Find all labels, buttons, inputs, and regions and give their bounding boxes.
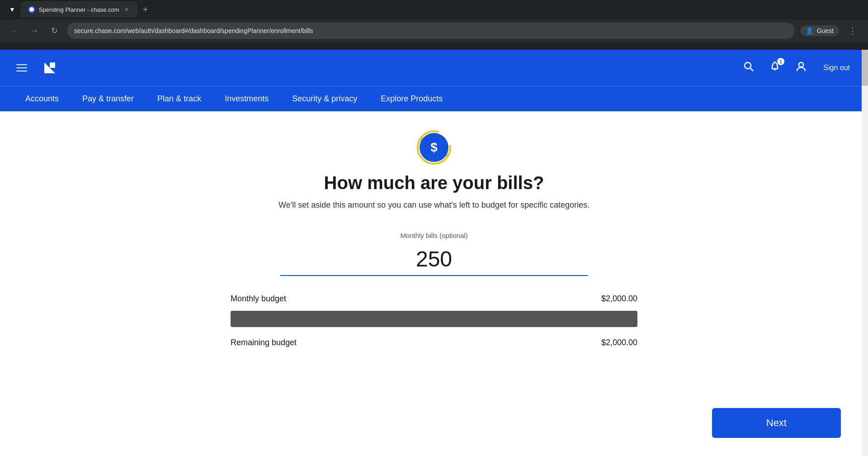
- spending-planner-icon: $: [416, 129, 452, 166]
- bills-input-group: Monthly bills (optional): [280, 232, 588, 276]
- header-right: 1 Sign out: [741, 59, 854, 77]
- browser-toolbar: ← → ↻ 👤 Guest ⋮: [0, 19, 868, 43]
- account-button[interactable]: [793, 59, 809, 77]
- bills-input-label: Monthly bills (optional): [280, 232, 588, 239]
- hamburger-line-2: [16, 67, 27, 68]
- nav-item-accounts[interactable]: Accounts: [14, 90, 70, 107]
- header-left: [14, 58, 60, 78]
- nav-item-pay-transfer[interactable]: Pay & transfer: [71, 90, 145, 107]
- nav-item-security-privacy[interactable]: Security & privacy: [281, 90, 368, 107]
- notification-badge: 1: [777, 58, 784, 65]
- bills-input[interactable]: [280, 243, 588, 276]
- hamburger-menu-button[interactable]: [14, 62, 29, 73]
- bills-form: Monthly bills (optional): [280, 232, 588, 294]
- spending-icon-dollar: $: [430, 140, 438, 155]
- tab-close-button[interactable]: ×: [123, 5, 130, 14]
- active-tab[interactable]: Spending Planner - chase.com ×: [21, 1, 137, 18]
- scrollbar-track[interactable]: [862, 50, 868, 456]
- address-bar[interactable]: [67, 23, 795, 39]
- tab-favicon: [28, 6, 35, 13]
- browser-profile[interactable]: 👤 Guest: [800, 25, 839, 36]
- notifications-button[interactable]: 1: [767, 59, 783, 77]
- page-subtitle: We'll set aside this amount so you can u…: [278, 200, 590, 210]
- chase-logo: [40, 58, 60, 78]
- browser-tabs: ▼ Spending Planner - chase.com × +: [0, 0, 868, 19]
- svg-point-0: [29, 7, 34, 12]
- chase-navigation: Accounts Pay & transfer Plan & track Inv…: [0, 86, 868, 111]
- nav-item-explore-products[interactable]: Explore Products: [370, 90, 453, 107]
- svg-point-10: [799, 62, 803, 67]
- main-content: $ How much are your bills? We'll set asi…: [0, 111, 868, 428]
- remaining-budget-label: Remaining budget: [231, 338, 297, 347]
- tab-title: Spending Planner - chase.com: [39, 6, 119, 13]
- tab-group-button[interactable]: ▼: [5, 3, 19, 16]
- scrollbar-thumb[interactable]: [862, 50, 868, 86]
- remaining-budget-row: Remaining budget $2,000.00: [231, 338, 637, 347]
- sign-out-button[interactable]: Sign out: [820, 62, 854, 74]
- svg-line-7: [750, 68, 754, 71]
- next-button[interactable]: Next: [712, 408, 841, 438]
- budget-bar-fill: [231, 311, 637, 327]
- hamburger-line-1: [16, 64, 27, 65]
- profile-icon: 👤: [806, 27, 813, 34]
- budget-section: Monthly budget $2,000.00 Remaining budge…: [231, 294, 637, 347]
- profile-label: Guest: [817, 27, 834, 34]
- nav-item-plan-track[interactable]: Plan & track: [146, 90, 212, 107]
- remaining-budget-value: $2,000.00: [601, 338, 637, 347]
- hamburger-line-3: [16, 71, 27, 71]
- chase-header: 1 Sign out: [0, 50, 868, 86]
- forward-button[interactable]: →: [27, 24, 42, 38]
- monthly-budget-label: Monthly budget: [231, 294, 286, 304]
- nav-item-investments[interactable]: Investments: [214, 90, 279, 107]
- budget-bar-container: [231, 311, 637, 327]
- back-button[interactable]: ←: [7, 24, 22, 38]
- svg-point-6: [745, 62, 751, 69]
- page-title: How much are your bills?: [324, 173, 544, 193]
- search-button[interactable]: [741, 59, 756, 77]
- spending-icon-circle: $: [420, 133, 448, 162]
- browser-chrome: ▼ Spending Planner - chase.com × + ← → ↻…: [0, 0, 868, 50]
- monthly-budget-value: $2,000.00: [601, 294, 637, 304]
- new-tab-button[interactable]: +: [139, 3, 152, 17]
- browser-menu-button[interactable]: ⋮: [844, 24, 861, 38]
- reload-button[interactable]: ↻: [47, 24, 61, 38]
- monthly-budget-row: Monthly budget $2,000.00: [231, 294, 637, 304]
